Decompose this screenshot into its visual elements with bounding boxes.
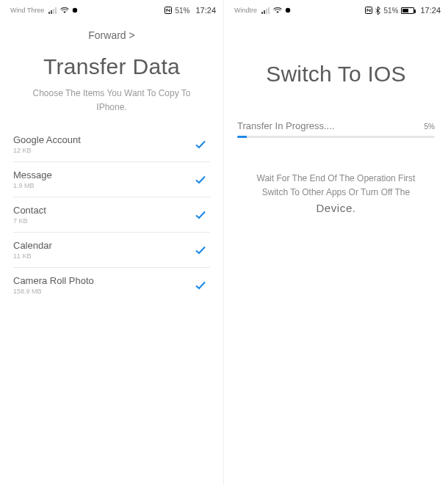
list-item-label: Camera Roll Photo xyxy=(13,275,94,286)
statusbar-left-group: Wind Three xyxy=(10,7,78,14)
svg-rect-8 xyxy=(266,9,267,14)
signal-icon xyxy=(48,7,57,14)
forward-label: Forward > xyxy=(88,29,134,41)
page-title: Transfer Data xyxy=(0,54,223,87)
statusbar-right-group: 51% 17:24 xyxy=(165,6,216,15)
phone-screen-right: Windtre 51% 17:24 Switch To I xyxy=(224,0,448,485)
phone-screen-left: Wind Three 51% 17:24 Forward > Transfer … xyxy=(0,0,224,485)
list-item-message[interactable]: Message 1.9 MB xyxy=(13,162,210,197)
wait-message: Wait For The End Of The Operation First … xyxy=(224,138,448,217)
clock-label: 17:24 xyxy=(195,6,216,15)
notification-dot-icon xyxy=(72,7,78,13)
list-item-camera-roll[interactable]: Camera Roll Photo 158.9 MB xyxy=(13,268,210,302)
statusbar-left: Wind Three 51% 17:24 xyxy=(0,0,223,21)
progress-section: Transfer In Progress.... 5% xyxy=(224,120,448,138)
carrier-label: Windtre xyxy=(234,7,257,14)
list-item-text: Calendar 11 KB xyxy=(13,240,52,260)
svg-rect-9 xyxy=(268,7,270,14)
list-item-size: 1.9 MB xyxy=(13,182,52,189)
battery-icon xyxy=(401,7,414,14)
battery-percent-label: 51% xyxy=(383,7,398,15)
svg-rect-0 xyxy=(48,12,50,14)
nfc-icon xyxy=(165,7,172,14)
check-icon xyxy=(194,208,207,222)
list-item-text: Contact 7 KB xyxy=(13,205,46,225)
svg-rect-6 xyxy=(261,12,263,14)
list-item-label: Message xyxy=(13,169,52,180)
svg-rect-7 xyxy=(264,10,265,14)
svg-rect-2 xyxy=(53,9,54,14)
list-item-label: Contact xyxy=(13,205,46,216)
statusbar-right: Windtre 51% 17:24 xyxy=(224,0,448,21)
battery-fill xyxy=(402,9,408,12)
check-icon xyxy=(194,138,207,151)
wait-message-device: Device. xyxy=(316,202,355,214)
wifi-icon xyxy=(60,7,69,14)
list-item-size: 11 KB xyxy=(13,252,52,260)
list-item-size: 7 KB xyxy=(13,217,46,225)
progress-labels: Transfer In Progress.... 5% xyxy=(237,120,435,131)
carrier-label: Wind Three xyxy=(10,7,44,14)
check-icon xyxy=(194,173,207,186)
list-item-size: 158.9 MB xyxy=(13,288,94,295)
svg-rect-1 xyxy=(51,10,52,14)
check-icon xyxy=(194,244,207,257)
page-title: Switch To IOS xyxy=(224,21,448,120)
transfer-item-list: Google Account 12 KB Message 1.9 MB Cont… xyxy=(0,127,223,302)
list-item-text: Camera Roll Photo 158.9 MB xyxy=(13,275,94,295)
list-item-text: Message 1.9 MB xyxy=(13,169,52,189)
list-item-label: Calendar xyxy=(13,240,52,251)
svg-point-4 xyxy=(73,8,77,12)
svg-point-10 xyxy=(286,8,290,12)
list-item-google-account[interactable]: Google Account 12 KB xyxy=(13,127,210,162)
page-subtitle: Choose The Items You Want To Copy To IPh… xyxy=(0,87,223,127)
svg-rect-3 xyxy=(55,7,57,14)
progress-status-label: Transfer In Progress.... xyxy=(237,120,334,131)
statusbar-left-group: Windtre xyxy=(234,7,291,14)
list-item-size: 12 KB xyxy=(13,147,81,154)
signal-icon xyxy=(261,7,270,14)
clock-label: 17:24 xyxy=(420,6,441,15)
list-item-calendar[interactable]: Calendar 11 KB xyxy=(13,233,210,268)
wait-message-line2: Switch To Other Apps Or Turn Off The xyxy=(262,187,410,197)
bluetooth-icon xyxy=(375,7,380,15)
list-item-label: Google Account xyxy=(13,134,81,145)
wifi-icon xyxy=(273,7,282,14)
forward-link[interactable]: Forward > xyxy=(0,21,223,54)
notification-dot-icon xyxy=(285,7,291,13)
check-icon xyxy=(194,279,207,292)
nfc-icon xyxy=(365,7,372,14)
progress-percent-label: 5% xyxy=(424,123,435,131)
list-item-text: Google Account 12 KB xyxy=(13,134,81,154)
wait-message-line1: Wait For The End Of The Operation First xyxy=(257,173,416,183)
battery-percent-label: 51% xyxy=(175,7,189,15)
list-item-contact[interactable]: Contact 7 KB xyxy=(13,197,210,233)
statusbar-right-group: 51% 17:24 xyxy=(365,6,441,15)
